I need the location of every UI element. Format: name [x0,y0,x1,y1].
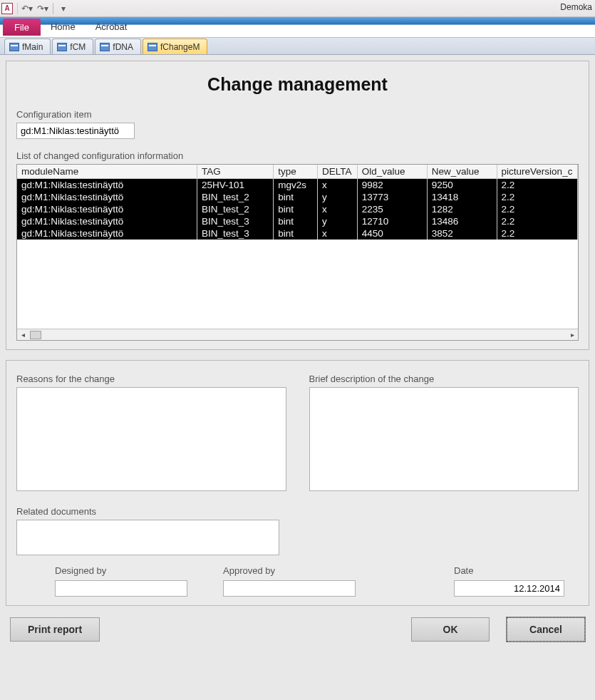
doc-tab-label: fCM [70,42,86,52]
reasons-textarea[interactable] [16,387,286,491]
table-cell: gd:M1:Niklas:testinäyttö [17,215,197,227]
form-icon [100,43,110,51]
table-cell: BIN_test_2 [197,191,274,203]
col-header[interactable]: moduleName [17,165,197,179]
table-cell: gd:M1:Niklas:testinäyttö [17,179,197,192]
table-cell: 25HV-101 [197,179,274,192]
doc-tab-fCM[interactable]: fCM [52,38,93,54]
brief-description-textarea[interactable] [309,387,579,491]
table-cell: 2.2 [497,227,577,240]
table-header-row: moduleNameTAGtypeDELTAOld_valueNew_value… [17,165,578,179]
table-cell: gd:M1:Niklas:testinäyttö [17,191,197,203]
table-cell: 13418 [427,191,497,203]
form-icon [9,43,19,51]
table-cell: gd:M1:Niklas:testinäyttö [17,227,197,240]
tab-acrobat[interactable]: Acrobat [86,17,138,36]
reasons-label: Reasons for the change [16,374,286,384]
table-cell: 9250 [427,179,497,192]
cancel-button[interactable]: Cancel [507,617,585,642]
col-header[interactable]: DELTA [318,165,358,179]
table-cell: gd:M1:Niklas:testinäyttö [17,203,197,215]
table-cell: bint [274,215,318,227]
table-cell: x [318,203,358,215]
table-cell: bint [274,191,318,203]
app-icon: A [1,3,13,14]
details-panel: Reasons for the change Brief description… [6,360,589,606]
col-header[interactable]: TAG [197,165,274,179]
undo-button[interactable]: ↶▾ [19,1,35,16]
page-title: Change management [16,74,579,95]
table-body: gd:M1:Niklas:testinäyttö25HV-101mgv2sx99… [17,179,578,240]
table-cell: BIN_test_3 [197,227,274,240]
table-cell: BIN_test_3 [197,215,274,227]
button-row: Print report OK Cancel [6,616,589,642]
table-cell: 2.2 [497,179,577,192]
document-tabs: fMainfCMfDNAfChangeM [0,38,595,55]
table-cell: 2.2 [497,215,577,227]
table-cell: 13773 [357,191,427,203]
doc-tab-fDNA[interactable]: fDNA [95,38,141,54]
redo-button[interactable]: ↷▾ [35,1,51,16]
table-cell: 9982 [357,179,427,192]
col-header[interactable]: New_value [427,165,497,179]
related-label: Related documents [16,506,579,517]
scroll-right-icon[interactable]: ▸ [566,330,578,340]
date-label: Date [454,565,564,576]
configuration-item-input[interactable] [16,123,135,139]
table-cell: bint [274,203,318,215]
designed-label: Designed by [55,565,187,576]
designed-by-input[interactable] [55,580,187,597]
ci-label: Configuration item [16,109,579,120]
approved-label: Approved by [223,565,356,576]
qat-customize[interactable]: ▾ [56,1,71,16]
table-cell: y [318,215,358,227]
table-cell: 2.2 [497,191,577,203]
scroll-left-icon[interactable]: ◂ [17,330,29,340]
doc-tab-fMain[interactable]: fMain [4,38,51,54]
table-row[interactable]: gd:M1:Niklas:testinäyttöBIN_test_2bintx2… [17,203,578,215]
table-cell: 1282 [427,203,497,215]
table-row[interactable]: gd:M1:Niklas:testinäyttö25HV-101mgv2sx99… [17,179,578,192]
col-header[interactable]: type [274,165,318,179]
ribbon-tabs: File Home Acrobat [0,17,595,36]
approved-by-input[interactable] [223,580,356,597]
title-bar: A ↶▾ ↷▾ ▾ Demoka [0,0,595,17]
window-title: Demoka [560,2,592,12]
form-icon [148,43,157,51]
table-cell: 13486 [427,215,497,227]
print-report-button[interactable]: Print report [10,617,100,642]
col-header[interactable]: pictureVersion_c [497,165,577,179]
related-documents-input[interactable] [16,520,279,555]
config-table[interactable]: moduleNameTAGtypeDELTAOld_valueNew_value… [16,164,579,341]
table-cell: 2.2 [497,203,577,215]
col-header[interactable]: Old_value [357,165,427,179]
table-cell: bint [274,227,318,240]
table-cell: mgv2s [274,179,318,192]
form-icon [57,43,67,51]
tab-file[interactable]: File [3,19,41,36]
table-cell: x [318,179,358,192]
qat-sep [53,3,53,14]
list-label: List of changed configuration informatio… [16,150,579,161]
main-panel: Change management Configuration item Lis… [6,61,589,350]
brief-label: Brief description of the change [309,374,579,384]
scroll-thumb[interactable] [30,331,41,339]
table-row[interactable]: gd:M1:Niklas:testinäyttöBIN_test_3bintx4… [17,227,578,240]
doc-tab-label: fMain [22,42,43,52]
horizontal-scrollbar[interactable]: ◂ ▸ [17,329,578,340]
form-area: Change management Configuration item Lis… [0,55,595,700]
date-input[interactable] [454,580,564,597]
doc-tab-label: fDNA [113,42,133,52]
tab-home[interactable]: Home [41,17,86,36]
table-cell: BIN_test_2 [197,203,274,215]
table-cell: x [318,227,358,240]
table-row[interactable]: gd:M1:Niklas:testinäyttöBIN_test_3binty1… [17,215,578,227]
table-cell: 2235 [357,203,427,215]
ok-button[interactable]: OK [411,617,490,642]
table-cell: y [318,191,358,203]
table-row[interactable]: gd:M1:Niklas:testinäyttöBIN_test_2binty1… [17,191,578,203]
table-cell: 12710 [357,215,427,227]
doc-tab-fChangeM[interactable]: fChangeM [143,38,207,54]
doc-tab-label: fChangeM [160,42,200,52]
table-cell: 3852 [427,227,497,240]
